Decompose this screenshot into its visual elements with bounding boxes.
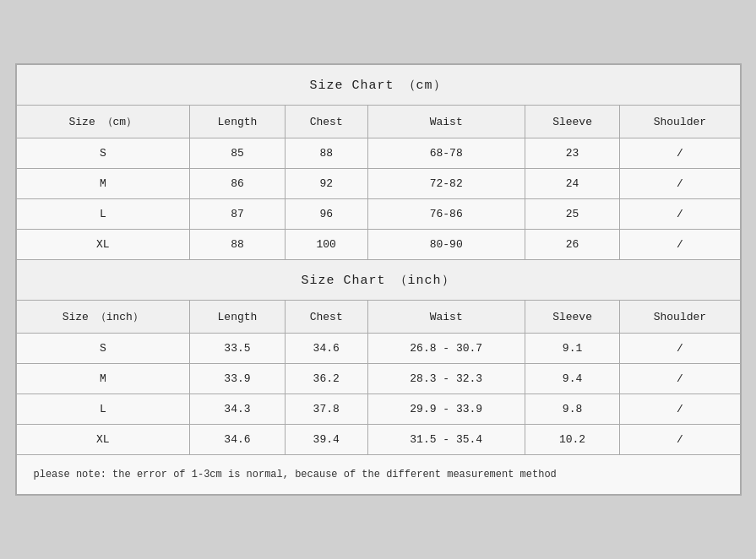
- cm-l-shoulder: /: [620, 199, 740, 230]
- cm-m-shoulder: /: [620, 169, 740, 199]
- inch-s-waist: 26.8 - 30.7: [367, 334, 525, 364]
- inch-l-length: 34.3: [190, 394, 286, 425]
- cm-s-length: 85: [190, 138, 286, 169]
- inch-xl-sleeve: 10.2: [525, 425, 620, 455]
- cm-l-chest: 96: [285, 199, 367, 230]
- cm-xl-waist: 80-90: [367, 230, 525, 260]
- inch-l-sleeve: 9.8: [525, 394, 620, 425]
- cm-col-header-row: Size （cm） Length Chest Waist Sleeve Shou…: [16, 106, 740, 138]
- inch-s-shoulder: /: [620, 334, 740, 364]
- inch-l-shoulder: /: [620, 394, 740, 425]
- inch-l-chest: 37.8: [285, 394, 367, 425]
- inch-m-shoulder: /: [620, 364, 740, 394]
- size-chart-table: Size Chart （cm） Size （cm） Length Chest W…: [16, 64, 741, 495]
- inch-col-chest: Chest: [285, 301, 367, 334]
- inch-s-length: 33.5: [190, 334, 286, 364]
- inch-xl-length: 34.6: [190, 425, 286, 455]
- inch-l-size: L: [16, 394, 190, 425]
- inch-xl-shoulder: /: [620, 425, 740, 455]
- inch-xl-chest: 39.4: [285, 425, 367, 455]
- inch-s-size: S: [16, 334, 190, 364]
- inch-m-chest: 36.2: [285, 364, 367, 394]
- inch-row-xl: XL 34.6 39.4 31.5 - 35.4 10.2 /: [16, 425, 740, 455]
- cm-col-length: Length: [190, 106, 286, 138]
- cm-s-sleeve: 23: [525, 138, 620, 169]
- note-text: please note: the error of 1-3cm is norma…: [16, 455, 740, 495]
- cm-m-waist: 72-82: [367, 169, 525, 199]
- inch-col-shoulder: Shoulder: [620, 301, 740, 334]
- cm-l-waist: 76-86: [367, 199, 525, 230]
- inch-row-l: L 34.3 37.8 29.9 - 33.9 9.8 /: [16, 394, 740, 425]
- inch-col-length: Length: [190, 301, 286, 334]
- cm-xl-shoulder: /: [620, 230, 740, 260]
- cm-s-chest: 88: [285, 138, 367, 169]
- cm-section-title: Size Chart （cm）: [16, 65, 740, 106]
- inch-col-sleeve: Sleeve: [525, 301, 620, 334]
- cm-l-size: L: [16, 199, 190, 230]
- inch-xl-size: XL: [16, 425, 190, 455]
- cm-col-shoulder: Shoulder: [620, 106, 740, 138]
- cm-m-length: 86: [190, 169, 286, 199]
- inch-section-header-row: Size Chart （inch）: [16, 260, 740, 301]
- cm-section-header-row: Size Chart （cm）: [16, 65, 740, 106]
- inch-m-length: 33.9: [190, 364, 286, 394]
- cm-xl-length: 88: [190, 230, 286, 260]
- cm-l-length: 87: [190, 199, 286, 230]
- cm-m-size: M: [16, 169, 190, 199]
- inch-col-waist: Waist: [367, 301, 525, 334]
- cm-row-l: L 87 96 76-86 25 /: [16, 199, 740, 230]
- cm-m-chest: 92: [285, 169, 367, 199]
- inch-row-s: S 33.5 34.6 26.8 - 30.7 9.1 /: [16, 334, 740, 364]
- cm-xl-chest: 100: [285, 230, 367, 260]
- inch-col-size: Size （inch）: [16, 301, 190, 334]
- cm-col-chest: Chest: [285, 106, 367, 138]
- cm-row-s: S 85 88 68-78 23 /: [16, 138, 740, 169]
- cm-s-size: S: [16, 138, 190, 169]
- inch-s-sleeve: 9.1: [525, 334, 620, 364]
- size-chart-container: Size Chart （cm） Size （cm） Length Chest W…: [15, 63, 742, 496]
- inch-s-chest: 34.6: [285, 334, 367, 364]
- cm-row-xl: XL 88 100 80-90 26 /: [16, 230, 740, 260]
- cm-s-shoulder: /: [620, 138, 740, 169]
- inch-m-size: M: [16, 364, 190, 394]
- cm-col-waist: Waist: [367, 106, 525, 138]
- inch-xl-waist: 31.5 - 35.4: [367, 425, 525, 455]
- inch-section-title: Size Chart （inch）: [16, 260, 740, 301]
- inch-col-header-row: Size （inch） Length Chest Waist Sleeve Sh…: [16, 301, 740, 334]
- cm-xl-sleeve: 26: [525, 230, 620, 260]
- inch-m-waist: 28.3 - 32.3: [367, 364, 525, 394]
- inch-l-waist: 29.9 - 33.9: [367, 394, 525, 425]
- cm-l-sleeve: 25: [525, 199, 620, 230]
- cm-m-sleeve: 24: [525, 169, 620, 199]
- cm-row-m: M 86 92 72-82 24 /: [16, 169, 740, 199]
- cm-xl-size: XL: [16, 230, 190, 260]
- inch-row-m: M 33.9 36.2 28.3 - 32.3 9.4 /: [16, 364, 740, 394]
- cm-col-size: Size （cm）: [16, 106, 190, 138]
- inch-m-sleeve: 9.4: [525, 364, 620, 394]
- cm-col-sleeve: Sleeve: [525, 106, 620, 138]
- note-row: please note: the error of 1-3cm is norma…: [16, 455, 740, 495]
- cm-s-waist: 68-78: [367, 138, 525, 169]
